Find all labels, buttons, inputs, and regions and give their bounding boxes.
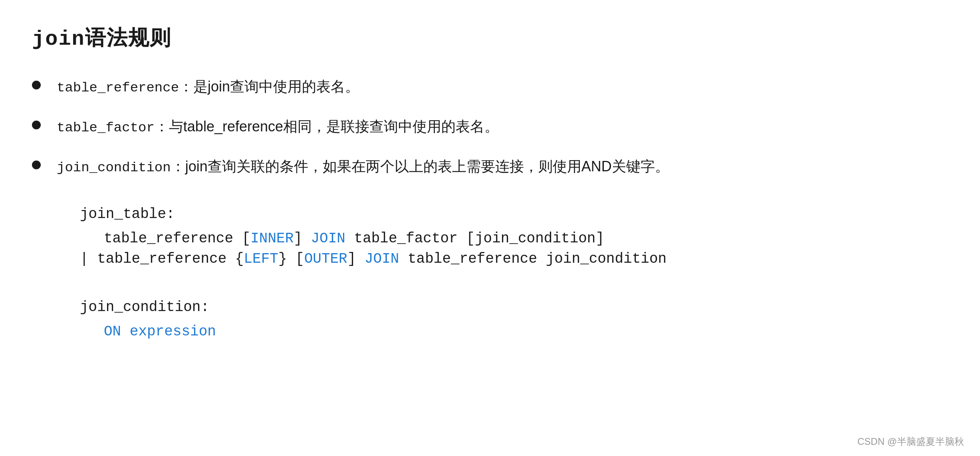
list-item: join_condition：join查询关联的条件，如果在两个以上的表上需要连… xyxy=(32,156,948,178)
bullet-description: ：是join查询中使用的表名。 xyxy=(179,78,359,95)
bullet-text: join_condition：join查询关联的条件，如果在两个以上的表上需要连… xyxy=(57,156,669,178)
grammar-line: table_reference [INNER] JOIN table_facto… xyxy=(80,230,948,247)
bullet-code: table_factor xyxy=(57,120,155,135)
grammar-block-join-condition: join_condition: ON expression xyxy=(80,299,948,340)
grammar-label: join_condition: xyxy=(80,299,948,315)
title-text-part: 语法规则 xyxy=(85,26,171,49)
bullet-code: table_reference xyxy=(57,80,179,95)
list-item: table_reference：是join查询中使用的表名。 xyxy=(32,76,948,98)
bullet-dot xyxy=(32,121,41,129)
grammar-line: | table_reference {LEFT} [OUTER] JOIN ta… xyxy=(80,251,948,267)
bullet-description: ：join查询关联的条件，如果在两个以上的表上需要连接，则使用AND关键字。 xyxy=(171,158,669,174)
bullet-text: table_factor：与table_reference相同，是联接查询中使用… xyxy=(57,116,499,138)
bullet-dot xyxy=(32,161,41,169)
keyword-outer: OUTER xyxy=(304,251,347,267)
title-code-part: join xyxy=(32,28,85,51)
list-item: table_factor：与table_reference相同，是联接查询中使用… xyxy=(32,116,948,138)
grammar-label: join_table: xyxy=(80,206,948,222)
keyword-inner: INNER xyxy=(250,230,294,247)
bullet-list: table_reference：是join查询中使用的表名。 table_fac… xyxy=(32,76,948,178)
grammar-block-join-table: join_table: table_reference [INNER] JOIN… xyxy=(80,206,948,267)
bullet-dot xyxy=(32,81,41,89)
bullet-description: ：与table_reference相同，是联接查询中使用的表名。 xyxy=(155,118,499,135)
keyword-on-expression: ON expression xyxy=(104,323,216,340)
page-title: join语法规则 xyxy=(32,24,948,52)
grammar-line: ON expression xyxy=(80,323,948,340)
keyword-left: LEFT xyxy=(244,251,278,267)
watermark: CSDN @半脑盛夏半脑秋 xyxy=(857,435,964,448)
keyword-join-2: JOIN xyxy=(365,251,399,267)
keyword-join-1: JOIN xyxy=(311,230,345,247)
bullet-text: table_reference：是join查询中使用的表名。 xyxy=(57,76,359,98)
bullet-code: join_condition xyxy=(57,160,171,175)
